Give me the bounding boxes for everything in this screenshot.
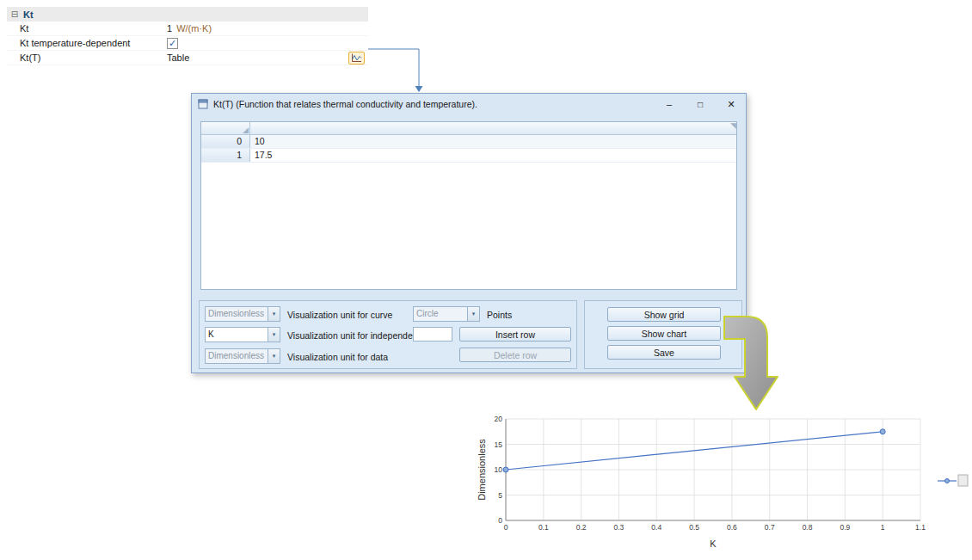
chevron-down-icon[interactable]: ▾ <box>268 349 280 363</box>
chevron-down-icon[interactable]: ▾ <box>268 307 280 321</box>
property-grid: ⊟ Kt Kt 1 W/(m·K) Kt temperature-depende… <box>7 7 368 65</box>
dialog-title: Kt(T) (Function that relates thermal con… <box>213 99 651 109</box>
svg-text:K: K <box>710 538 717 549</box>
property-row-kt[interactable]: Kt 1 W/(m·K) <box>7 22 368 36</box>
unit-data-select[interactable]: Dimensionless ▾ <box>205 348 280 364</box>
delete-row-button[interactable]: Delete row <box>459 348 571 362</box>
visualization-controls-group: Dimensionless ▾ Visualization unit for c… <box>199 300 577 369</box>
ktt-value[interactable]: Table <box>167 52 189 63</box>
points-select[interactable]: Circle ▾ <box>413 306 480 322</box>
close-button[interactable]: ✕ <box>718 95 744 113</box>
unit-data-label: Visualization unit for data <box>287 352 388 362</box>
new-value-input[interactable] <box>413 327 452 342</box>
flow-arrow <box>714 310 796 417</box>
unit-independent-value: K <box>206 328 268 342</box>
svg-text:5: 5 <box>498 491 502 500</box>
svg-text:0.4: 0.4 <box>651 523 661 532</box>
unit-independent-label: Visualization unit for independent va <box>287 330 433 341</box>
row-value-cell[interactable]: 17.5 <box>250 149 736 162</box>
svg-text:0.1: 0.1 <box>538 523 549 532</box>
unit-data-value: Dimensionless <box>206 349 268 363</box>
table-row[interactable]: 117.5 <box>201 149 736 163</box>
collapse-icon[interactable]: ⊟ <box>10 9 19 19</box>
svg-text:0.7: 0.7 <box>765 523 775 532</box>
chevron-down-icon[interactable]: ▾ <box>467 307 479 321</box>
kt-value[interactable]: 1 <box>167 23 172 34</box>
points-label: Points <box>487 310 512 320</box>
kt-label: Kt <box>7 23 167 34</box>
row-index-cell[interactable]: 1 <box>201 149 250 162</box>
points-value: Circle <box>414 307 467 321</box>
svg-text:20: 20 <box>495 415 503 423</box>
data-table[interactable]: ◢ ◥ 010117.5 <box>200 121 737 290</box>
line-chart: 00.10.20.30.40.50.60.70.80.911.105101520… <box>475 411 972 560</box>
row-value-cell[interactable]: 10 <box>250 135 736 148</box>
svg-text:0.8: 0.8 <box>803 523 813 532</box>
table-body: 010117.5 <box>201 135 736 163</box>
svg-text:0.5: 0.5 <box>689 523 699 532</box>
svg-text:0.2: 0.2 <box>576 523 587 532</box>
svg-text:0.9: 0.9 <box>840 523 850 532</box>
value-column-header[interactable]: ◥ <box>250 122 736 134</box>
svg-text:0: 0 <box>498 516 502 525</box>
svg-text:1: 1 <box>881 523 885 532</box>
svg-text:1.1: 1.1 <box>915 523 926 532</box>
connector-arrow <box>361 39 430 97</box>
unit-curve-value: Dimensionless <box>206 307 268 321</box>
svg-text:0.3: 0.3 <box>614 523 624 532</box>
property-row-ktt[interactable]: Kt(T) Table <box>7 51 368 65</box>
table-row[interactable]: 010 <box>201 135 736 149</box>
temperature-dependent-checkbox[interactable]: ✓ <box>167 38 178 49</box>
unit-curve-select[interactable]: Dimensionless ▾ <box>205 306 280 322</box>
maximize-button[interactable]: □ <box>687 95 713 113</box>
property-group-header[interactable]: ⊟ Kt <box>7 7 368 22</box>
svg-text:0: 0 <box>504 523 508 532</box>
dialog-titlebar[interactable]: Kt(T) (Function that relates thermal con… <box>192 94 746 114</box>
check-icon: ✓ <box>169 39 176 48</box>
select-all-corner-cell[interactable]: ◢ <box>201 122 250 134</box>
row-index-cell[interactable]: 0 <box>201 135 250 148</box>
ktt-function-dialog: Kt(T) (Function that relates thermal con… <box>191 93 747 373</box>
window-icon <box>198 99 208 109</box>
property-group-title: Kt <box>23 9 34 20</box>
insert-row-button[interactable]: Insert row <box>459 327 571 342</box>
table-header-row[interactable]: ◢ ◥ <box>201 122 736 135</box>
show-grid-button[interactable]: Show grid <box>607 307 721 322</box>
ktt-label: Kt(T) <box>7 52 167 63</box>
svg-text:Dimensionless: Dimensionless <box>477 439 487 501</box>
property-row-temperature-dependent[interactable]: Kt temperature-dependent ✓ <box>7 36 368 51</box>
save-button[interactable]: Save <box>607 345 721 360</box>
kt-unit: W/(m·K) <box>176 23 212 34</box>
svg-text:0.6: 0.6 <box>727 523 737 532</box>
unit-independent-select[interactable]: K ▾ <box>205 327 280 342</box>
show-chart-button[interactable]: Show chart <box>607 326 721 341</box>
temperature-dependent-label: Kt temperature-dependent <box>7 38 167 48</box>
header-right-triangle-icon: ◥ <box>730 122 736 130</box>
chevron-down-icon[interactable]: ▾ <box>268 328 280 342</box>
minimize-button[interactable]: – <box>656 95 682 113</box>
svg-text:10: 10 <box>495 465 503 474</box>
corner-triangle-icon: ◢ <box>243 126 249 134</box>
unit-curve-label: Visualization unit for curve <box>287 310 392 320</box>
svg-text:15: 15 <box>495 440 503 449</box>
